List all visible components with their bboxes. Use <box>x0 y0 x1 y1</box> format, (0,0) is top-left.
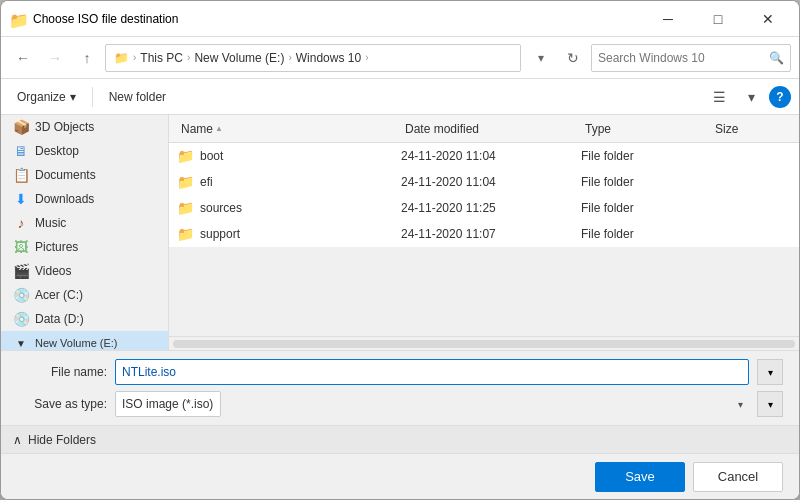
toolbar-separator <box>92 87 93 107</box>
file-type: File folder <box>581 175 711 189</box>
sidebar-item-music[interactable]: ♪ Music <box>1 211 168 235</box>
music-icon: ♪ <box>13 215 29 231</box>
save-button[interactable]: Save <box>595 462 685 492</box>
organize-label: Organize <box>17 90 66 104</box>
dialog-title: Choose ISO file destination <box>33 12 645 26</box>
file-name: sources <box>200 201 242 215</box>
filename-label: File name: <box>17 365 107 379</box>
col-name[interactable]: Name ▲ <box>177 120 401 138</box>
maximize-button[interactable]: □ <box>695 4 741 34</box>
toolbar: Organize ▾ New folder ☰ ▾ ? <box>1 79 799 115</box>
view-arrow-button[interactable]: ▾ <box>737 83 765 111</box>
breadcrumb-sep2: › <box>187 52 190 63</box>
sidebar-label-downloads: Downloads <box>35 192 94 206</box>
sidebar-item-desktop[interactable]: 🖥 Desktop <box>1 139 168 163</box>
toolbar-right: ☰ ▾ ? <box>705 83 791 111</box>
file-list[interactable]: 📁 boot 24-11-2020 11:04 File folder 📁 ef… <box>169 143 799 336</box>
breadcrumb-thispc-label: This PC <box>140 51 183 65</box>
sort-arrow-name: ▲ <box>215 124 223 133</box>
col-type[interactable]: Type <box>581 120 711 138</box>
saveas-row: Save as type: ISO image (*.iso) ▾ ▾ <box>17 391 783 417</box>
new-folder-label: New folder <box>109 90 166 104</box>
documents-icon: 📋 <box>13 167 29 183</box>
newvolume-arrow: ▼ <box>13 335 29 350</box>
breadcrumb-thispc[interactable]: 📁 <box>114 51 129 65</box>
file-name: boot <box>200 149 223 163</box>
minimize-button[interactable]: ─ <box>645 4 691 34</box>
table-row[interactable]: 📁 sources 24-11-2020 11:25 File folder <box>169 195 799 221</box>
sidebar-label-pictures: Pictures <box>35 240 78 254</box>
sidebar-label-acerc: Acer (C:) <box>35 288 83 302</box>
file-name: efi <box>200 175 213 189</box>
sidebar-item-datad[interactable]: 💿 Data (D:) <box>1 307 168 331</box>
table-row[interactable]: 📁 efi 24-11-2020 11:04 File folder <box>169 169 799 195</box>
hide-folders-label: Hide Folders <box>28 433 96 447</box>
sidebar-item-pictures[interactable]: 🖼 Pictures <box>1 235 168 259</box>
search-input[interactable] <box>598 51 765 65</box>
hide-folders-bar[interactable]: ∧ Hide Folders <box>1 425 799 453</box>
folder-icon: 📁 <box>177 200 194 216</box>
sidebar-label-videos: Videos <box>35 264 71 278</box>
organize-button[interactable]: Organize ▾ <box>9 86 84 108</box>
scrollbar-track <box>173 340 795 348</box>
file-type: File folder <box>581 227 711 241</box>
sidebar-label-datad: Data (D:) <box>35 312 84 326</box>
new-folder-button[interactable]: New folder <box>101 86 174 108</box>
cancel-button[interactable]: Cancel <box>693 462 783 492</box>
nav-bar: ← → ↑ 📁 › This PC › New Volume (E:) › Wi… <box>1 37 799 79</box>
file-name: support <box>200 227 240 241</box>
datad-icon: 💿 <box>13 311 29 327</box>
saveas-arrow: ▾ <box>738 399 743 410</box>
col-date[interactable]: Date modified <box>401 120 581 138</box>
dialog-icon: 📁 <box>9 11 25 27</box>
folder-icon: 📁 <box>177 174 194 190</box>
breadcrumb-sep3: › <box>288 52 291 63</box>
saveas-dropdown[interactable]: ▾ <box>757 391 783 417</box>
pictures-icon: 🖼 <box>13 239 29 255</box>
sidebar-label-documents: Documents <box>35 168 96 182</box>
breadcrumb[interactable]: 📁 › This PC › New Volume (E:) › Windows … <box>105 44 521 72</box>
filename-input[interactable] <box>115 359 749 385</box>
search-icon: 🔍 <box>769 51 784 65</box>
sidebar-item-videos[interactable]: 🎬 Videos <box>1 259 168 283</box>
help-button[interactable]: ? <box>769 86 791 108</box>
horizontal-scrollbar[interactable] <box>169 336 799 350</box>
folder-icon: 📁 <box>177 148 194 164</box>
table-row[interactable]: 📁 support 24-11-2020 11:07 File folder <box>169 221 799 247</box>
col-size[interactable]: Size <box>711 120 791 138</box>
close-button[interactable]: ✕ <box>745 4 791 34</box>
sidebar-item-downloads[interactable]: ⬇ Downloads <box>1 187 168 211</box>
folder-icon: 📁 <box>177 226 194 242</box>
search-bar: 🔍 <box>591 44 791 72</box>
saveas-select[interactable]: ISO image (*.iso) <box>115 391 221 417</box>
back-button[interactable]: ← <box>9 44 37 72</box>
filename-dropdown[interactable]: ▾ <box>757 359 783 385</box>
file-table-header: Name ▲ Date modified Type Size <box>169 115 799 143</box>
sidebar: 📦 3D Objects 🖥 Desktop 📋 Documents ⬇ Dow… <box>1 115 169 350</box>
table-row[interactable]: 📁 boot 24-11-2020 11:04 File folder <box>169 143 799 169</box>
sidebar-item-3dobjects[interactable]: 📦 3D Objects <box>1 115 168 139</box>
file-type: File folder <box>581 201 711 215</box>
filename-row: File name: ▾ <box>17 359 783 385</box>
breadcrumb-newvol: New Volume (E:) <box>194 51 284 65</box>
file-date: 24-11-2020 11:04 <box>401 175 581 189</box>
forward-button[interactable]: → <box>41 44 69 72</box>
file-date: 24-11-2020 11:07 <box>401 227 581 241</box>
desktop-icon: 🖥 <box>13 143 29 159</box>
breadcrumb-sep4: › <box>365 52 368 63</box>
bottom-panel: File name: ▾ Save as type: ISO image (*.… <box>1 350 799 425</box>
acerc-icon: 💿 <box>13 287 29 303</box>
view-toggle-button[interactable]: ☰ <box>705 83 733 111</box>
breadcrumb-dropdown[interactable]: ▾ <box>527 44 555 72</box>
breadcrumb-win10: Windows 10 <box>296 51 361 65</box>
saveas-label: Save as type: <box>17 397 107 411</box>
footer: Save Cancel <box>1 453 799 499</box>
refresh-button[interactable]: ↻ <box>559 44 587 72</box>
title-bar-controls: ─ □ ✕ <box>645 4 791 34</box>
videos-icon: 🎬 <box>13 263 29 279</box>
sidebar-item-newvolume[interactable]: ▼ New Volume (E:) <box>1 331 168 350</box>
up-button[interactable]: ↑ <box>73 44 101 72</box>
sidebar-item-acerc[interactable]: 💿 Acer (C:) <box>1 283 168 307</box>
sidebar-item-documents[interactable]: 📋 Documents <box>1 163 168 187</box>
hide-folders-arrow: ∧ <box>13 433 22 447</box>
